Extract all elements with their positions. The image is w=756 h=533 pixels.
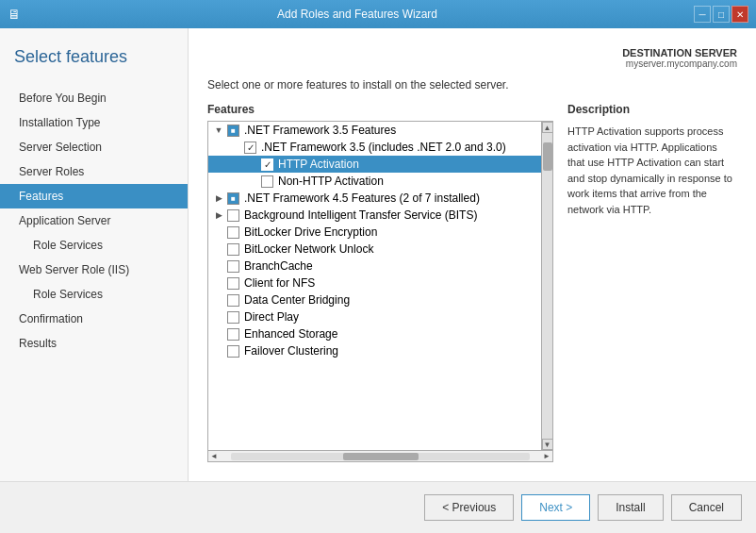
feature-item-net35-features[interactable]: ▼.NET Framework 3.5 Features <box>208 122 541 139</box>
checkbox-net35[interactable] <box>244 142 256 154</box>
cancel-button[interactable]: Cancel <box>671 494 742 521</box>
bottom-bar: < Previous Next > Install Cancel <box>0 481 756 533</box>
scroll-up-button[interactable]: ▲ <box>542 122 553 133</box>
destination-server-name: myserver.mycompany.com <box>207 58 737 69</box>
checkbox-bits[interactable] <box>227 209 239 222</box>
sidebar-items: Before You BeginInstallation TypeServer … <box>0 86 188 356</box>
destination-label: DESTINATION SERVER <box>207 47 737 58</box>
expander-non-http-activation <box>246 175 259 188</box>
scroll-right-btn[interactable]: ► <box>541 451 552 462</box>
feature-label-branchcache: BranchCache <box>244 259 313 273</box>
content-area: Select features Before You BeginInstalla… <box>0 28 756 481</box>
close-button[interactable]: ✕ <box>731 6 748 23</box>
feature-item-net35[interactable]: .NET Framework 3.5 (includes .NET 2.0 an… <box>208 139 541 156</box>
description-label: Description <box>567 103 737 116</box>
feature-item-data-center-bridging[interactable]: Data Center Bridging <box>208 291 541 308</box>
sidebar-header: Select features <box>0 47 188 86</box>
title-bar-icon: 🖥 <box>8 7 21 22</box>
expander-direct-play <box>212 310 225 324</box>
sidebar-item-web-server-role[interactable]: Web Server Role (IIS) <box>0 258 188 282</box>
sidebar-item-confirmation[interactable]: Confirmation <box>0 307 188 331</box>
checkbox-client-nfs[interactable] <box>227 277 239 290</box>
feature-label-client-nfs: Client for NFS <box>244 276 315 290</box>
title-bar-controls: ─ □ ✕ <box>694 6 748 23</box>
features-list-area: Features ▼.NET Framework 3.5 Features.NE… <box>207 103 553 462</box>
install-button[interactable]: Install <box>598 494 663 521</box>
feature-item-bits[interactable]: ▶Background Intelligent Transfer Service… <box>208 207 541 224</box>
feature-label-failover-clustering: Failover Clustering <box>244 344 338 358</box>
checkbox-data-center-bridging[interactable] <box>227 294 239 307</box>
expander-net45-features[interactable]: ▶ <box>212 192 225 205</box>
feature-label-bitlocker-network: BitLocker Network Unlock <box>244 242 373 256</box>
feature-item-non-http-activation[interactable]: Non-HTTP Activation <box>208 173 541 190</box>
feature-label-http-activation: HTTP Activation <box>278 158 359 171</box>
checkbox-bitlocker-network[interactable] <box>227 243 239 256</box>
expander-failover-clustering <box>212 344 225 358</box>
checkbox-branchcache[interactable] <box>227 260 239 273</box>
feature-item-direct-play[interactable]: Direct Play <box>208 308 541 325</box>
sidebar-item-server-selection[interactable]: Server Selection <box>0 135 188 159</box>
scroll-down-button[interactable]: ▼ <box>542 439 553 450</box>
minimize-button[interactable]: ─ <box>694 6 711 23</box>
description-panel: Description HTTP Activation supports pro… <box>567 103 737 462</box>
sidebar-item-application-server[interactable]: Application Server <box>0 208 188 233</box>
features-scroll[interactable]: ▼.NET Framework 3.5 Features.NET Framewo… <box>208 122 541 450</box>
sidebar-item-features[interactable]: Features <box>0 184 188 208</box>
checkbox-failover-clustering[interactable] <box>227 345 239 358</box>
checkbox-direct-play[interactable] <box>227 311 239 324</box>
feature-item-enhanced-storage[interactable]: Enhanced Storage <box>208 325 541 342</box>
feature-item-failover-clustering[interactable]: Failover Clustering <box>208 342 541 359</box>
main-container: Select features Before You BeginInstalla… <box>0 28 756 533</box>
sidebar-item-installation-type[interactable]: Installation Type <box>0 110 188 135</box>
features-list-wrapper: ▼.NET Framework 3.5 Features.NET Framewo… <box>207 121 553 462</box>
feature-item-bitlocker-drive[interactable]: BitLocker Drive Encryption <box>208 224 541 241</box>
expander-bitlocker-drive <box>212 225 225 239</box>
feature-item-client-nfs[interactable]: Client for NFS <box>208 275 541 291</box>
instruction-text: Select one or more features to install o… <box>207 78 737 92</box>
checkbox-bitlocker-drive[interactable] <box>227 226 239 239</box>
sidebar-item-role-services-2[interactable]: Role Services <box>0 282 188 307</box>
previous-button[interactable]: < Previous <box>424 494 514 521</box>
sidebar-item-before-you-begin[interactable]: Before You Begin <box>0 86 188 110</box>
vertical-scrollbar[interactable]: ▲ ▼ <box>541 122 552 450</box>
expander-client-nfs <box>212 276 225 290</box>
sidebar-item-role-services-1[interactable]: Role Services <box>0 233 188 258</box>
maximize-button[interactable]: □ <box>713 6 730 23</box>
feature-label-net45-features: .NET Framework 4.5 Features (2 of 7 inst… <box>244 192 480 205</box>
feature-label-direct-play: Direct Play <box>244 310 299 324</box>
expander-http-activation <box>246 158 259 171</box>
right-panel: DESTINATION SERVER myserver.mycompany.co… <box>189 28 756 481</box>
checkbox-enhanced-storage[interactable] <box>227 328 239 341</box>
sidebar-item-results[interactable]: Results <box>0 331 188 356</box>
feature-label-net35-features: .NET Framework 3.5 Features <box>244 124 396 137</box>
checkbox-non-http-activation[interactable] <box>261 175 273 188</box>
horizontal-scrollbar: ◄ ► <box>208 450 552 461</box>
description-text: HTTP Activation supports process activat… <box>567 124 737 217</box>
checkbox-http-activation[interactable] <box>261 158 273 171</box>
expander-data-center-bridging <box>212 293 225 307</box>
features-label: Features <box>207 103 553 116</box>
checkbox-net45-features[interactable] <box>227 192 239 205</box>
expander-bits[interactable]: ▶ <box>212 208 225 222</box>
expander-branchcache <box>212 259 225 273</box>
scrollbar-thumb <box>343 453 419 460</box>
sidebar-item-server-roles[interactable]: Server Roles <box>0 159 188 184</box>
feature-label-bitlocker-drive: BitLocker Drive Encryption <box>244 225 377 239</box>
feature-item-bitlocker-network[interactable]: BitLocker Network Unlock <box>208 241 541 258</box>
feature-label-data-center-bridging: Data Center Bridging <box>244 293 350 307</box>
feature-item-branchcache[interactable]: BranchCache <box>208 258 541 275</box>
expander-net35 <box>229 141 242 154</box>
expander-bitlocker-network <box>212 242 225 256</box>
scroll-left-btn[interactable]: ◄ <box>208 451 220 462</box>
feature-item-http-activation[interactable]: HTTP Activation <box>208 156 541 173</box>
features-container: Features ▼.NET Framework 3.5 Features.NE… <box>207 103 737 462</box>
scrollbar-track <box>231 453 530 460</box>
feature-item-net45-features[interactable]: ▶.NET Framework 4.5 Features (2 of 7 ins… <box>208 190 541 207</box>
title-bar: 🖥 Add Roles and Features Wizard ─ □ ✕ <box>0 0 756 28</box>
expander-net35-features[interactable]: ▼ <box>212 124 225 137</box>
feature-label-bits: Background Intelligent Transfer Service … <box>244 208 477 222</box>
feature-label-enhanced-storage: Enhanced Storage <box>244 327 337 341</box>
next-button[interactable]: Next > <box>521 494 590 521</box>
checkbox-net35-features[interactable] <box>227 125 239 137</box>
feature-label-net35: .NET Framework 3.5 (includes .NET 2.0 an… <box>261 141 506 154</box>
